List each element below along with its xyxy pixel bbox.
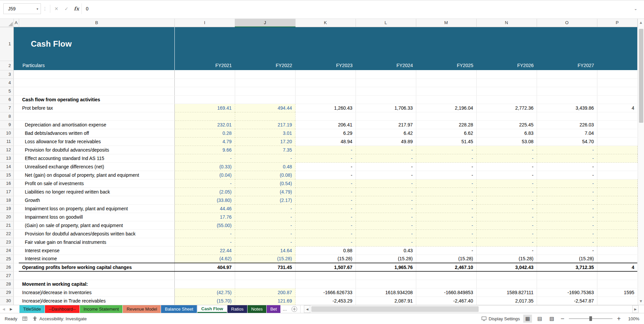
cell-I17[interactable]: (2.05) <box>174 187 235 196</box>
column-header-M[interactable]: M <box>416 19 476 27</box>
cell-N26[interactable]: 3,042.43 <box>476 263 537 271</box>
cell-P21[interactable] <box>597 221 637 229</box>
cell-M17[interactable]: - <box>416 187 476 196</box>
cell-J28[interactable] <box>235 280 295 288</box>
cell-B20-label[interactable]: Impairment loss on goodwill <box>19 213 174 221</box>
cell-M9[interactable]: 228.28 <box>416 120 476 129</box>
column-header-P[interactable]: P <box>597 19 637 27</box>
cell-J10[interactable]: 3.01 <box>235 129 295 137</box>
cell-B28-label[interactable]: Movement in working capital: <box>19 280 174 288</box>
cell-J13[interactable]: - <box>235 154 295 162</box>
cell-P24[interactable] <box>597 246 637 255</box>
row-header-16[interactable]: 16 <box>0 179 13 187</box>
cell-P29[interactable]: 1595 <box>597 288 637 296</box>
cell-L16[interactable]: - <box>356 179 416 187</box>
cell-P6[interactable] <box>597 95 637 104</box>
more-tabs-indicator[interactable]: … <box>281 307 288 312</box>
cell-J15[interactable]: (0.08) <box>235 171 295 179</box>
zoom-in-button[interactable]: + <box>616 316 622 322</box>
cell-M6[interactable] <box>416 95 476 104</box>
cell-B22-label[interactable]: Provision for doubtful advances/deposits… <box>19 229 174 238</box>
cell-M24[interactable]: - <box>416 246 476 255</box>
cell-A19[interactable] <box>13 204 19 213</box>
cell-P22[interactable] <box>597 229 637 238</box>
vertical-scrollbar[interactable]: ▲ ▼ <box>638 19 644 305</box>
row-header-26[interactable]: 26 <box>0 263 13 271</box>
cell-L11[interactable]: 49.89 <box>356 137 416 146</box>
cell-B13-label[interactable]: Effect accounting standard Ind AS 115 <box>19 154 174 162</box>
cell-J12[interactable]: 7.35 <box>235 146 295 154</box>
cell-I6[interactable] <box>174 95 235 104</box>
cell-N6[interactable] <box>476 95 537 104</box>
view-page-break-button[interactable]: ▧ <box>547 315 556 323</box>
cell-J18[interactable]: (2.17) <box>235 196 295 204</box>
cell-P5[interactable] <box>597 87 637 95</box>
cell-B7-label[interactable]: Prot before tax <box>19 104 174 112</box>
cell-I4[interactable] <box>174 78 235 87</box>
cell-M27[interactable] <box>416 271 476 280</box>
banner-cell[interactable] <box>13 27 19 61</box>
horizontal-scroll-thumb[interactable] <box>311 306 479 312</box>
cell-A17[interactable] <box>13 187 19 196</box>
cell-A12[interactable] <box>13 146 19 154</box>
row-header-10[interactable]: 10 <box>0 129 13 137</box>
cell-K15[interactable]: - <box>295 171 356 179</box>
cell-M7[interactable]: 2,196.04 <box>416 104 476 112</box>
cell-O16[interactable]: - <box>537 179 597 187</box>
cell-A6[interactable] <box>13 95 19 104</box>
cell-K7[interactable]: 1,260.43 <box>295 104 356 112</box>
cell-B11-label[interactable]: Loss allowance for trade receivables <box>19 137 174 146</box>
cell-A21[interactable] <box>13 221 19 229</box>
cell-K17[interactable]: - <box>295 187 356 196</box>
cell-I3[interactable] <box>174 70 235 78</box>
select-all-corner[interactable] <box>0 19 13 27</box>
cell-M11[interactable]: 51.45 <box>416 137 476 146</box>
cell-L4[interactable] <box>356 78 416 87</box>
cell-N14[interactable]: - <box>476 162 537 171</box>
cell-M12[interactable]: - <box>416 146 476 154</box>
cell-A15[interactable] <box>13 171 19 179</box>
cell-B14-label[interactable]: Unrealised exchange differences (net) <box>19 162 174 171</box>
cell-J27[interactable] <box>235 271 295 280</box>
banner-title-cell[interactable]: Cash Flow <box>19 27 174 61</box>
cell-N9[interactable]: 225.45 <box>476 120 537 129</box>
particulars-header[interactable]: Particulars <box>19 61 174 70</box>
cell-B27-label[interactable] <box>19 271 174 280</box>
cell-M26[interactable]: 2,467.10 <box>416 263 476 271</box>
cell-M15[interactable]: - <box>416 171 476 179</box>
cell-B26-label[interactable]: Operating profits before working capital… <box>19 263 174 271</box>
cell-J9[interactable]: 217.19 <box>235 120 295 129</box>
cell-I28[interactable] <box>174 280 235 288</box>
cell-B15-label[interactable]: Net (gain) on disposal of property, plan… <box>19 171 174 179</box>
cell-A7[interactable] <box>13 104 19 112</box>
cell-K14[interactable]: - <box>295 162 356 171</box>
cell-M3[interactable] <box>416 70 476 78</box>
sheet-tab-cash-flow[interactable]: Cash Flow <box>197 305 227 313</box>
cell-L14[interactable]: - <box>356 162 416 171</box>
cell-O30[interactable]: -2,547.87 <box>537 296 597 305</box>
zoom-slider-thumb[interactable] <box>589 316 592 321</box>
row-header-6[interactable]: 6 <box>0 95 13 104</box>
cell-K19[interactable]: - <box>295 204 356 213</box>
cell-L28[interactable] <box>356 280 416 288</box>
cell-K18[interactable]: - <box>295 196 356 204</box>
cell-J6[interactable] <box>235 95 295 104</box>
cell-B4-label[interactable] <box>19 78 174 87</box>
row-header-25[interactable]: 25 <box>0 255 13 263</box>
cell-L9[interactable]: 217.97 <box>356 120 416 129</box>
cell-A24[interactable] <box>13 246 19 255</box>
cell-L30[interactable]: 2,087.91 <box>356 296 416 305</box>
cell-I16[interactable]: - <box>174 179 235 187</box>
row-header-17[interactable]: 17 <box>0 187 13 196</box>
cell-A14[interactable] <box>13 162 19 171</box>
cell-J8[interactable] <box>235 112 295 120</box>
column-header-I[interactable]: I <box>174 19 235 27</box>
formula-bar-expand-icon[interactable]: ⌄ <box>630 6 641 11</box>
cell-I25[interactable]: (4.62) <box>174 255 235 263</box>
cell-N21[interactable]: - <box>476 221 537 229</box>
cell-I23[interactable]: - <box>174 238 235 246</box>
cell-K3[interactable] <box>295 70 356 78</box>
scroll-right-icon[interactable]: ▶ <box>632 305 639 313</box>
vertical-scroll-track[interactable] <box>638 26 644 298</box>
cell-P9[interactable] <box>597 120 637 129</box>
